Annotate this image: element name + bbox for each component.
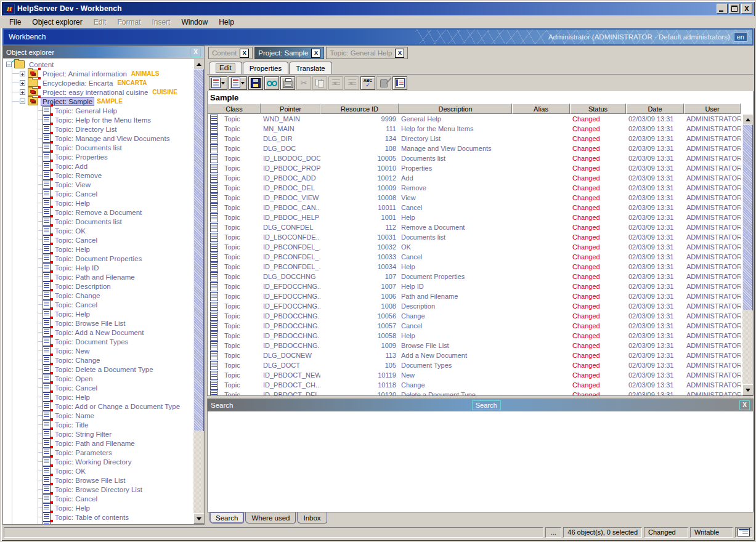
tree-item-topic[interactable]: Topic: Open [3, 374, 193, 383]
doc-tab-content[interactable]: ContentX [208, 47, 253, 59]
table-row[interactable]: TopicID_PBCONFDEL_...10032OKChanged02/03… [208, 242, 742, 252]
tree-item-topic[interactable]: Topic: Cancel [3, 383, 193, 392]
tree-item-topic[interactable]: Topic: Document Types [3, 337, 193, 346]
object-explorer-close-icon[interactable]: X [190, 47, 201, 57]
print-button[interactable] [280, 76, 295, 90]
tree-item-topic[interactable]: Topic: View [3, 180, 193, 189]
tree-item-topic[interactable]: Topic: Add [3, 161, 193, 171]
tab-translate[interactable]: Translate [289, 62, 332, 74]
tree-item-topic[interactable]: Topic: Browse Directory List [3, 485, 193, 494]
table-row[interactable]: TopicDLG_DOCCHNG107Document PropertiesCh… [208, 272, 742, 281]
table-row[interactable]: TopicID_PBDOC_HELP1001HelpChanged02/03/0… [208, 212, 742, 222]
tab-edit[interactable]: Edit [209, 62, 242, 74]
expand-toggle-icon[interactable]: + [20, 71, 25, 76]
table-row[interactable]: TopicID_LBOCONFDE...10031Documents listC… [208, 232, 742, 242]
tree-item-topic[interactable]: Topic: Working Directory [3, 457, 193, 466]
tree-item-topic[interactable]: Topic: OK [3, 226, 193, 235]
tree-item-topic[interactable]: Topic: Help ID [3, 263, 193, 272]
expand-toggle-icon[interactable]: + [20, 80, 25, 86]
view-button[interactable] [264, 76, 279, 90]
tree-item-project[interactable]: +Project: easy international cuisineCUIS… [3, 87, 193, 97]
table-row[interactable]: TopicID_PBDOCT_NEW10119NewChanged02/03/0… [208, 370, 742, 380]
table-row[interactable]: TopicID_EFDOCCHNG...1008DescriptionChang… [208, 301, 742, 311]
table-row[interactable]: TopicDLG_DIR134Directory ListChanged02/0… [208, 134, 742, 144]
tree-item-topic[interactable]: Topic: Remove a Document [3, 208, 193, 217]
new-content-button[interactable] [209, 76, 227, 90]
table-row[interactable]: TopicID_PBDOCT_DEL10120Delete a Document… [208, 390, 742, 395]
table-row[interactable]: TopicID_EFDOCCHNG...1006Path and Filenam… [208, 291, 742, 301]
table-row[interactable]: TopicDLG_DOC108Manage and View Documents… [208, 144, 742, 153]
table-row[interactable]: TopicID_PBDOC_PROP10010PropertiesChanged… [208, 163, 742, 173]
status-more-button[interactable]: ... [545, 527, 561, 538]
menu-help[interactable]: Help [213, 17, 240, 28]
tree-item-topic[interactable]: Topic: Change [3, 291, 193, 300]
table-row[interactable]: TopicDLG_DOCT105Document TypesChanged02/… [208, 360, 742, 370]
collapse-toggle-icon[interactable]: − [20, 99, 25, 104]
column-header-date[interactable]: Date [626, 103, 684, 114]
tree-item-topic[interactable]: Topic: Manage and View Documents [3, 134, 193, 143]
scroll-down-icon[interactable] [193, 513, 204, 524]
grid-scrollbar-thumb[interactable] [742, 124, 753, 310]
table-row[interactable]: TopicID_PBDOCT_CH...10118ChangeChanged02… [208, 380, 742, 390]
tree-item-topic[interactable]: Topic: Help [3, 245, 193, 254]
table-row[interactable]: TopicID_PBDOCCHNG...1009Browse File List… [208, 341, 742, 350]
tree-item-topic[interactable]: Topic: Add or Change a Document Type [3, 402, 193, 411]
column-header-class[interactable]: Class [208, 103, 261, 114]
bottom-tab-search[interactable]: Search [209, 512, 244, 524]
tree-item-topic[interactable]: Topic: Remove [3, 171, 193, 180]
doc-tab-close-icon[interactable]: X [311, 49, 320, 58]
tree-item-topic[interactable]: Topic: Help [3, 309, 193, 318]
scroll-down-icon[interactable] [742, 384, 753, 395]
column-header-user[interactable]: User [684, 103, 741, 114]
language-button[interactable]: en [734, 32, 747, 42]
expand-toggle-icon[interactable]: + [20, 89, 25, 95]
doc-tab-close-icon[interactable]: X [240, 49, 249, 58]
menu-window[interactable]: Window [176, 17, 213, 28]
tree-item-topic[interactable]: Topic: Documents list [3, 217, 193, 226]
tree-item-topic[interactable]: Topic: Add a New Document [3, 328, 193, 337]
tree-item-topic[interactable]: Topic: Help [3, 198, 193, 208]
menu-object-explorer[interactable]: Object explorer [26, 17, 87, 28]
table-row[interactable]: TopicID_EFDOCCHNG...1007Help IDChanged02… [208, 281, 742, 291]
tree-item-topic[interactable]: Topic: OK [3, 466, 193, 475]
save-button[interactable] [248, 76, 263, 90]
tree-item-topic[interactable]: Topic: Cancel [3, 189, 193, 198]
table-row[interactable]: TopicID_PBDOC_DEL10009RemoveChanged02/03… [208, 183, 742, 193]
tree-item-topic[interactable]: Topic: Documents list [3, 143, 193, 152]
new-child-button[interactable] [229, 76, 247, 90]
scroll-up-icon[interactable] [742, 114, 753, 125]
close-button[interactable]: X [741, 4, 752, 14]
tree-item-project[interactable]: +Project: Animal informationANIMALS [3, 69, 193, 78]
column-header-status[interactable]: Status [570, 103, 626, 114]
tree-item-topic[interactable]: Topic: Browse File List [3, 475, 193, 485]
tree-item-topic[interactable]: Topic: Document Types list [3, 522, 193, 524]
tree-item-topic[interactable]: Topic: Title [3, 420, 193, 429]
tree-item-topic[interactable]: Topic: Help for the Menu Items [3, 115, 193, 124]
tree-item-topic[interactable]: Topic: Cancel [3, 235, 193, 245]
table-row[interactable]: TopicID_LBODOC_DOC10005Documents listCha… [208, 153, 742, 163]
table-row[interactable]: TopicID_PBCONFDEL_...10034HelpChanged02/… [208, 262, 742, 272]
table-row[interactable]: TopicWND_MAIN9999General HelpChanged02/0… [208, 114, 742, 124]
tree-item-topic[interactable]: Topic: Path and Filename [3, 272, 193, 281]
column-header-description[interactable]: Description [399, 103, 512, 114]
bottom-tab-where-used[interactable]: Where used [245, 512, 296, 524]
tree-item-topic[interactable]: Topic: Directory List [3, 124, 193, 134]
table-row[interactable]: TopicID_PBDOCCHNG...10056ChangeChanged02… [208, 311, 742, 321]
table-row[interactable]: TopicID_PBDOCCHNG...10057CancelChanged02… [208, 321, 742, 331]
tree-item-project[interactable]: +Encyclopedia: EncartaENCARTA [3, 78, 193, 87]
tree-item-topic[interactable]: Topic: Help [3, 392, 193, 402]
tree-item-topic[interactable]: Topic: Change [3, 355, 193, 365]
doc-tab-topic-general-help[interactable]: Topic: General HelpX [326, 47, 408, 59]
tree-item-topic[interactable]: Topic: Cancel [3, 300, 193, 309]
table-row[interactable]: TopicDLG_DOCNEW113Add a New DocumentChan… [208, 350, 742, 360]
tree-item-topic[interactable]: Topic: New [3, 346, 193, 355]
maximize-button[interactable] [729, 4, 740, 14]
table-row[interactable]: TopicID_PBDOC_ADD10012AddChanged02/03/09… [208, 173, 742, 183]
table-row[interactable]: TopicDLG_CONFDEL112Remove a DocumentChan… [208, 222, 742, 232]
table-row[interactable]: TopicMN_MAIN111Help for the Menu ItemsCh… [208, 124, 742, 134]
tree-item-topic[interactable]: Topic: Cancel [3, 494, 193, 503]
tree-item-content-root[interactable]: −✓Content [3, 60, 193, 69]
tree-item-topic[interactable]: Topic: Path and Filename [3, 439, 193, 448]
tree-item-topic[interactable]: Topic: Name [3, 411, 193, 420]
tree-item-topic[interactable]: Topic: Description [3, 281, 193, 291]
